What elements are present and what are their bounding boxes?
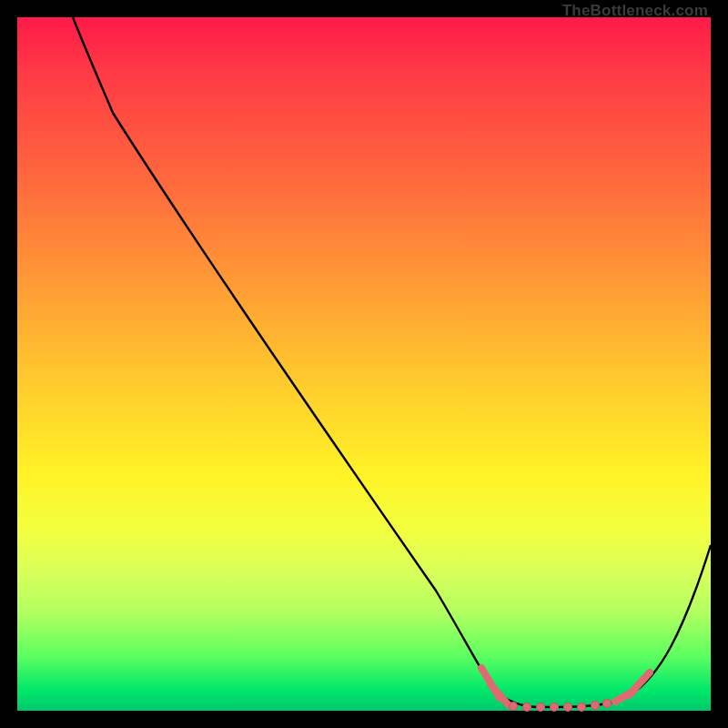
plot-area [17,17,711,711]
highlight-markers [481,668,650,712]
svg-line-1 [490,684,509,705]
svg-line-11 [629,672,650,695]
svg-point-2 [510,703,518,711]
svg-point-5 [551,703,559,712]
chart-frame [17,17,711,711]
attribution-text: TheBottleneck.com [562,2,708,20]
chart-svg [17,17,711,711]
svg-point-7 [578,703,586,712]
svg-point-6 [564,703,572,712]
data-curve [73,17,711,707]
svg-point-9 [603,700,612,708]
svg-point-8 [592,702,600,710]
svg-point-3 [523,703,531,712]
svg-point-4 [537,703,545,712]
